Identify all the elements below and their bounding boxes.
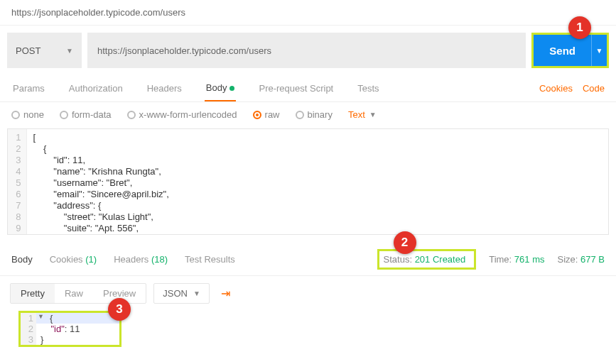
editor-code[interactable]: [ { "id": 11, "name": "Krishna Rungta", … bbox=[27, 129, 608, 234]
response-format-dropdown[interactable]: JSON ▼ bbox=[153, 283, 210, 304]
chevron-down-icon: ▼ bbox=[66, 47, 73, 55]
radio-none[interactable]: none bbox=[11, 109, 44, 120]
response-tab-cookies[interactable]: Cookies (1) bbox=[50, 254, 97, 265]
tab-headers[interactable]: Headers bbox=[146, 76, 183, 101]
dot-indicator-icon bbox=[229, 86, 234, 91]
code-link[interactable]: Code bbox=[583, 83, 605, 94]
body-text-format-dropdown[interactable]: Text ▼ bbox=[348, 109, 377, 120]
tab-body[interactable]: Body bbox=[205, 75, 237, 101]
response-tab-body[interactable]: Body bbox=[11, 254, 33, 265]
annotation-2: 2 bbox=[394, 231, 416, 254]
response-body[interactable]: 1▼{ 2 "id": 11 3} bbox=[18, 311, 121, 347]
response-size: Size: 677 B bbox=[557, 254, 605, 265]
request-body-editor[interactable]: 1234567891011 [ { "id": 11, "name": "Kri… bbox=[7, 128, 609, 235]
chevron-down-icon: ▼ bbox=[596, 47, 603, 55]
send-button[interactable]: Send bbox=[534, 35, 591, 66]
radio-x-www-form-urlencoded[interactable]: x-www-form-urlencoded bbox=[127, 109, 237, 120]
chevron-down-icon: ▼ bbox=[193, 289, 200, 297]
view-pretty[interactable]: Pretty bbox=[11, 284, 55, 303]
cookies-link[interactable]: Cookies bbox=[539, 83, 573, 94]
tab-prerequest[interactable]: Pre-request Script bbox=[257, 76, 335, 101]
radio-form-data[interactable]: form-data bbox=[60, 109, 112, 120]
response-header: Body Cookies (1) Headers (18) Test Resul… bbox=[0, 242, 616, 276]
annotation-1: 1 bbox=[568, 16, 591, 39]
radio-raw[interactable]: raw bbox=[253, 109, 280, 120]
request-tabs: Params Authorization Headers Body Pre-re… bbox=[0, 75, 616, 102]
request-row: POST ▼ 1 Send ▼ bbox=[0, 26, 616, 75]
tab-params[interactable]: Params bbox=[11, 76, 46, 101]
response-status: 2 Status: 201 Created bbox=[377, 249, 477, 270]
response-time: Time: 761 ms bbox=[489, 254, 544, 265]
url-input[interactable] bbox=[87, 33, 526, 68]
editor-gutter: 1234567891011 bbox=[8, 129, 27, 234]
response-meta: 2 Status: 201 Created Time: 761 ms Size:… bbox=[377, 249, 605, 270]
request-url-title: https://jsonplaceholder.typicode.com/use… bbox=[0, 0, 616, 26]
method-value: POST bbox=[16, 45, 40, 56]
response-tab-test-results[interactable]: Test Results bbox=[185, 254, 235, 265]
fold-icon[interactable]: ▼ bbox=[36, 313, 45, 324]
tab-authorization[interactable]: Authorization bbox=[67, 76, 124, 101]
response-tab-headers[interactable]: Headers (18) bbox=[114, 254, 168, 265]
chevron-down-icon: ▼ bbox=[369, 111, 377, 118]
view-raw[interactable]: Raw bbox=[55, 284, 93, 303]
response-toolbar: Pretty Raw Preview JSON ▼ ⇥ bbox=[0, 276, 616, 311]
radio-binary[interactable]: binary bbox=[296, 109, 333, 120]
annotation-3: 3 bbox=[108, 298, 131, 321]
tab-tests[interactable]: Tests bbox=[356, 76, 380, 101]
method-dropdown[interactable]: POST ▼ bbox=[7, 33, 82, 68]
send-options-button[interactable]: ▼ bbox=[591, 35, 607, 66]
body-type-radios: none form-data x-www-form-urlencoded raw… bbox=[0, 102, 616, 126]
wrap-lines-icon[interactable]: ⇥ bbox=[217, 284, 234, 303]
